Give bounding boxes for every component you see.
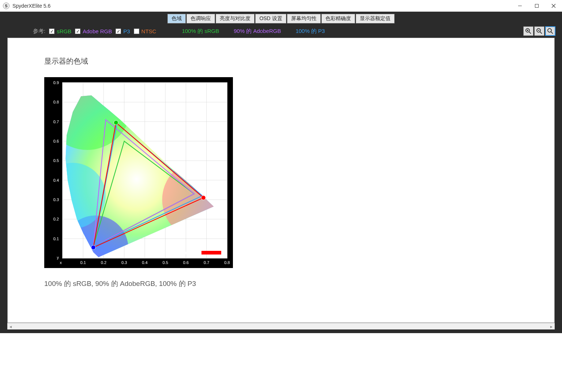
svg-text:0.6: 0.6 [183, 260, 189, 265]
minimize-button[interactable] [512, 0, 528, 12]
checkbox-p3[interactable] [116, 29, 121, 34]
svg-text:0.8: 0.8 [224, 260, 230, 265]
svg-text:0.1: 0.1 [80, 260, 86, 265]
window-controls [512, 0, 562, 12]
svg-point-42 [91, 245, 95, 250]
zoom-in-button[interactable] [523, 26, 533, 36]
page-title: 显示器的色域 [44, 56, 518, 66]
window-title: SpyderXElite 5.6 [12, 3, 512, 9]
ref-item-ntsc: NTSC [134, 28, 156, 34]
maximize-button[interactable] [528, 0, 545, 12]
title-bar: S SpyderXElite 5.6 [0, 0, 562, 12]
tab-bar: 色域 色调响应 亮度与对比度 OSD 设置 屏幕均匀性 色彩精确度 显示器额定值 [0, 14, 562, 23]
app-icon: S [3, 3, 10, 9]
svg-text:0.7: 0.7 [53, 120, 59, 124]
svg-text:0.9: 0.9 [53, 80, 59, 85]
svg-text:0.5: 0.5 [163, 260, 168, 265]
horizontal-scrollbar[interactable]: ◄ ► [7, 323, 555, 329]
close-button[interactable] [545, 0, 562, 12]
tab-display-rating[interactable]: 显示器额定值 [356, 14, 395, 23]
summary-srgb: 100% 的 sRGB [182, 28, 219, 35]
svg-text:datacolor: datacolor [176, 250, 200, 256]
svg-point-41 [114, 120, 118, 125]
reference-bar: 参考: sRGB Adobe RGB P3 NTSC 100% 的 sRGB 9… [0, 23, 562, 38]
tab-brightness-contrast[interactable]: 亮度与对比度 [216, 14, 254, 23]
reference-label: 参考: [33, 28, 45, 35]
tab-osd-settings[interactable]: OSD 设置 [255, 14, 286, 23]
summary-p3: 100% 的 P3 [295, 28, 325, 35]
svg-line-12 [551, 32, 553, 34]
svg-line-5 [529, 32, 531, 34]
svg-text:0.2: 0.2 [53, 217, 59, 221]
svg-rect-1 [535, 4, 539, 7]
main-inner: 显示器的色域 x0.10.20.30.40.50.60.70.8y0.10.20… [8, 38, 554, 307]
ref-label-p3: P3 [123, 28, 130, 34]
checkbox-ntsc[interactable] [134, 29, 139, 34]
summary-text: 100% 的 sRGB, 90% 的 AdobeRGB, 100% 的 P3 [44, 279, 518, 289]
ref-item-srgb: sRGB [49, 28, 71, 34]
svg-text:0.6: 0.6 [53, 139, 59, 143]
svg-text:0.4: 0.4 [142, 260, 147, 265]
svg-point-11 [548, 29, 551, 32]
ref-label-adobe: Adobe RGB [83, 28, 112, 34]
svg-text:0.5: 0.5 [53, 158, 59, 163]
svg-text:0.3: 0.3 [53, 197, 59, 202]
tab-uniformity[interactable]: 屏幕均匀性 [287, 14, 321, 23]
svg-text:0.7: 0.7 [204, 260, 209, 265]
ref-item-adobe: Adobe RGB [75, 28, 112, 34]
scroll-right-arrow-icon[interactable]: ► [548, 323, 555, 330]
ref-label-srgb: sRGB [57, 28, 71, 34]
app-body: 色域 色调响应 亮度与对比度 OSD 设置 屏幕均匀性 色彩精确度 显示器额定值… [0, 12, 562, 333]
summary-adobe: 90% 的 AdobeRGB [234, 28, 281, 35]
svg-text:x: x [60, 260, 62, 265]
zoom-reset-button[interactable] [545, 26, 555, 36]
chromaticity-chart: x0.10.20.30.40.50.60.70.8y0.10.20.30.40.… [44, 77, 233, 268]
zoom-controls [523, 26, 555, 36]
svg-point-40 [201, 196, 205, 200]
tab-tone-response[interactable]: 色调响应 [186, 14, 215, 23]
svg-line-9 [540, 32, 542, 34]
svg-text:0.3: 0.3 [121, 260, 127, 265]
svg-text:0.1: 0.1 [53, 237, 59, 241]
ref-item-p3: P3 [116, 28, 130, 34]
checkbox-adobe[interactable] [75, 29, 80, 34]
scroll-left-arrow-icon[interactable]: ◄ [7, 323, 14, 330]
svg-text:0.2: 0.2 [101, 260, 106, 265]
ref-label-ntsc: NTSC [142, 28, 156, 34]
zoom-out-button[interactable] [534, 26, 544, 36]
main-content-area[interactable]: 显示器的色域 x0.10.20.30.40.50.60.70.8y0.10.20… [7, 38, 555, 323]
tab-color-accuracy[interactable]: 色彩精确度 [321, 14, 355, 23]
svg-text:y: y [57, 255, 59, 260]
svg-text:0.8: 0.8 [53, 100, 59, 104]
svg-rect-64 [201, 251, 221, 255]
checkbox-srgb[interactable] [49, 29, 54, 34]
tab-gamut[interactable]: 色域 [167, 14, 186, 23]
ref-summary: 100% 的 sRGB 90% 的 AdobeRGB 100% 的 P3 [182, 28, 325, 35]
svg-text:0.4: 0.4 [53, 178, 59, 182]
